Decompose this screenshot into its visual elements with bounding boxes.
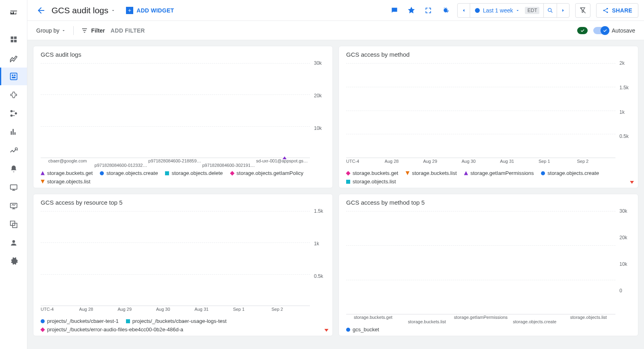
time-range-prev[interactable] — [458, 4, 470, 17]
back-button[interactable] — [33, 2, 49, 18]
time-range-dropdown[interactable]: Last 1 week EDT — [470, 4, 544, 17]
legend-item[interactable]: storage.objects.list — [346, 179, 396, 185]
chart-card-access-resource-top5: GCS access by resource top 5 1.5k1k0.5k … — [33, 194, 333, 336]
time-range-label: Last 1 week — [483, 7, 513, 14]
svg-rect-2 — [14, 74, 15, 76]
nav-uptime[interactable] — [0, 179, 27, 196]
add-widget-button[interactable]: ADD WIDGET — [122, 4, 178, 16]
clock-icon — [474, 7, 481, 14]
chevron-down-icon — [111, 8, 116, 13]
card-title: GCS audit logs — [41, 51, 328, 58]
svg-rect-8 — [10, 185, 17, 189]
svg-point-14 — [548, 8, 551, 11]
nav-settings[interactable] — [0, 253, 27, 270]
time-range-zoom[interactable] — [544, 4, 557, 17]
card-title: GCS access by method — [346, 51, 633, 58]
card-title: GCS access by resource top 5 — [41, 199, 328, 206]
group-by-dropdown[interactable]: Group by — [36, 27, 66, 34]
legend-overflow-icon[interactable] — [630, 181, 634, 184]
filter-label: Filter — [91, 27, 105, 34]
add-widget-label: ADD WIDGET — [136, 7, 174, 14]
nav-synthetic[interactable] — [0, 197, 27, 215]
settings-button[interactable] — [438, 3, 452, 18]
filter-button[interactable]: Filter — [81, 27, 105, 34]
legend-item[interactable]: projects/_/buckets/cbaer-usage-logs-test — [126, 318, 227, 324]
reset-filters-button[interactable] — [575, 3, 590, 18]
legend-item[interactable]: storage.getIamPermissions — [464, 170, 534, 176]
plus-icon — [126, 7, 133, 14]
add-filter-button[interactable]: ADD FILTER — [111, 27, 145, 34]
timezone-badge: EDT — [525, 7, 539, 14]
filter-icon — [81, 27, 88, 34]
dashboard-title: GCS audit logs — [52, 6, 108, 15]
svg-point-5 — [14, 112, 17, 115]
nav-overview[interactable] — [0, 31, 27, 48]
dashboard-title-dropdown[interactable]: GCS audit logs — [52, 6, 116, 15]
legend-item[interactable]: storage.objects.getIamPolicy — [230, 170, 303, 176]
svg-point-6 — [10, 115, 12, 117]
share-label: SHARE — [612, 7, 632, 14]
chevron-down-icon — [515, 8, 520, 13]
legend-item[interactable]: storage.objects.list — [41, 179, 91, 185]
nav-dashboards[interactable] — [0, 68, 27, 85]
chart-card-audit-logs: GCS audit logs 30k20k10k cbaer@google.co… — [33, 46, 333, 188]
autosave-label: Autosave — [612, 27, 635, 34]
nav-metrics[interactable] — [0, 49, 27, 67]
legend-item[interactable]: gcs_bucket — [346, 326, 379, 333]
legend-item[interactable]: storage.buckets.get — [41, 170, 93, 176]
nav-groups[interactable] — [0, 216, 27, 233]
svg-point-4 — [10, 110, 12, 113]
legend-item[interactable]: storage.buckets.get — [346, 170, 398, 176]
chart-card-access-method: GCS access by method 2k1.5k1k0.5k UTC-4A… — [339, 46, 638, 188]
svg-rect-0 — [10, 73, 17, 80]
legend-item[interactable]: projects/_/buckets/cbaer-test-1 — [41, 318, 119, 324]
feedback-button[interactable] — [387, 3, 402, 18]
legend-item[interactable]: storage.objects.delete — [165, 170, 223, 176]
nav-integrations[interactable] — [0, 86, 27, 104]
legend-item[interactable]: storage.objects.create — [541, 170, 599, 176]
chart-card-access-method-top5: GCS access by method top 5 30k20k10k0 st… — [339, 194, 638, 336]
fullscreen-button[interactable] — [421, 3, 436, 18]
svg-rect-1 — [12, 74, 13, 76]
card-title: GCS access by method top 5 — [346, 199, 633, 206]
autosave-toggle[interactable] — [593, 27, 609, 34]
nav-permissions[interactable] — [0, 234, 27, 252]
subbar: Group by Filter ADD FILTER Autosave — [27, 21, 644, 40]
nav-alerting[interactable] — [0, 160, 27, 178]
share-icon — [602, 7, 609, 14]
time-range-picker: Last 1 week EDT — [457, 3, 570, 18]
nav-slo[interactable] — [0, 123, 27, 141]
share-button[interactable]: SHARE — [596, 3, 638, 18]
svg-point-12 — [12, 240, 15, 243]
nav-explore[interactable] — [0, 142, 27, 159]
nav-services[interactable] — [0, 105, 27, 122]
svg-rect-3 — [12, 77, 15, 78]
legend-overflow-icon[interactable] — [324, 329, 328, 332]
legend-item[interactable]: storage.objects.create — [100, 170, 158, 176]
group-by-label: Group by — [36, 27, 60, 34]
star-button[interactable] — [404, 3, 419, 18]
time-range-next[interactable] — [557, 4, 569, 17]
topbar: GCS audit logs ADD WIDGET Last 1 week ED… — [27, 0, 644, 21]
legend-item[interactable]: projects/_/buckets/error-audio-files-ebe… — [41, 326, 183, 333]
logo-icon[interactable] — [0, 4, 27, 22]
status-saved-icon — [577, 27, 588, 34]
legend-item[interactable]: storage.buckets.list — [405, 170, 456, 176]
chevron-down-icon — [61, 28, 66, 33]
